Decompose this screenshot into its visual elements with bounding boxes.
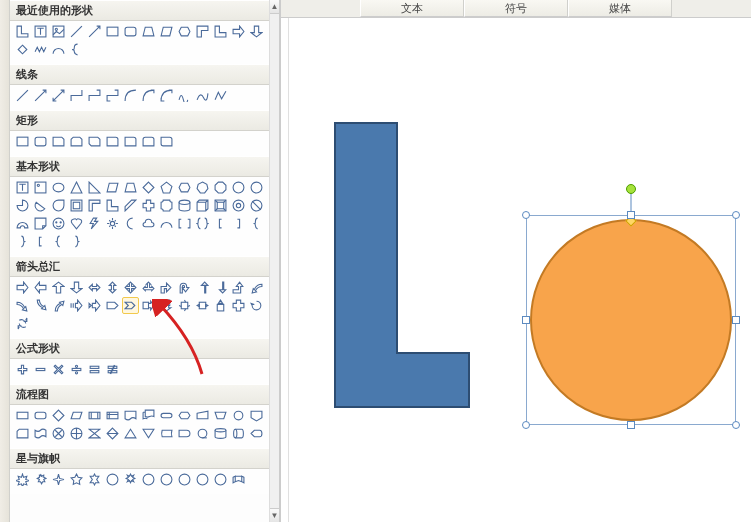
shape-trapezoid-icon[interactable]: [140, 23, 157, 40]
star10-icon[interactable]: [140, 471, 157, 488]
noentry-icon[interactable]: [248, 197, 265, 214]
fc-multidoc-icon[interactable]: [140, 407, 157, 424]
roundrect-icon[interactable]: [32, 133, 49, 150]
pie-icon[interactable]: [14, 197, 31, 214]
right-bracket-icon[interactable]: [230, 215, 247, 232]
arrow-pentagon-icon[interactable]: [104, 297, 121, 314]
left-bracket-icon[interactable]: [212, 215, 229, 232]
fc-extract-icon[interactable]: [122, 425, 139, 442]
arrow-bent-up-icon[interactable]: [230, 279, 247, 296]
rt-triangle-icon[interactable]: [86, 179, 103, 196]
sun-icon[interactable]: [104, 215, 121, 232]
line-arrow-icon[interactable]: [32, 87, 49, 104]
line-curve2-icon[interactable]: [140, 87, 157, 104]
category-header-flowchart[interactable]: 流程图: [10, 384, 269, 405]
shape-line-arrow-icon[interactable]: [86, 23, 103, 40]
fc-manualinput-icon[interactable]: [194, 407, 211, 424]
line-plain-icon[interactable]: [14, 87, 31, 104]
Lshape2-icon[interactable]: [104, 197, 121, 214]
shape-corner-icon[interactable]: [194, 23, 211, 40]
heart-icon[interactable]: [68, 215, 85, 232]
shape-L-icon[interactable]: [14, 23, 31, 40]
category-header-formula[interactable]: 公式形状: [10, 338, 269, 359]
snip2-icon[interactable]: [68, 133, 85, 150]
scroll-up-button[interactable]: ▲: [270, 0, 279, 14]
rect-icon[interactable]: [14, 133, 31, 150]
round-diag-icon[interactable]: [158, 133, 175, 150]
ellipse-icon[interactable]: [50, 179, 67, 196]
shape-roundrect-icon[interactable]: [122, 23, 139, 40]
star12-icon[interactable]: [158, 471, 175, 488]
star8-icon[interactable]: [122, 471, 139, 488]
round1-icon[interactable]: [122, 133, 139, 150]
cube-icon[interactable]: [194, 197, 211, 214]
shape-diamond-small-icon[interactable]: [14, 41, 31, 58]
arrow-updown-icon[interactable]: [104, 279, 121, 296]
line-double-arrow-icon[interactable]: [50, 87, 67, 104]
handle-ne[interactable]: [732, 211, 740, 219]
can-icon[interactable]: [176, 197, 193, 214]
arrow-chevron-icon[interactable]: [122, 297, 139, 314]
shape-arc-icon[interactable]: [50, 41, 67, 58]
pentagon-icon[interactable]: [158, 179, 175, 196]
left-bracket2-icon[interactable]: [32, 233, 49, 250]
scroll-down-button[interactable]: ▼: [270, 508, 279, 522]
formula-minus-icon[interactable]: [32, 361, 49, 378]
arrow-callout-quad-icon[interactable]: [176, 297, 193, 314]
arrow-down-icon[interactable]: [68, 279, 85, 296]
category-header-arrows[interactable]: 箭头总汇: [10, 256, 269, 277]
fc-offpage-icon[interactable]: [248, 407, 265, 424]
shape-brace-left-icon[interactable]: [68, 41, 85, 58]
line-polyline-icon[interactable]: [212, 87, 229, 104]
formula-equal-icon[interactable]: [86, 361, 103, 378]
shape-hexagon-icon[interactable]: [176, 23, 193, 40]
arrow-up-icon[interactable]: [50, 279, 67, 296]
canvas-shape-ellipse[interactable]: [529, 218, 733, 422]
tab-text[interactable]: 文本: [360, 0, 464, 17]
folded-corner-icon[interactable]: [32, 215, 49, 232]
triangle-icon[interactable]: [68, 179, 85, 196]
block-arc-icon[interactable]: [14, 215, 31, 232]
line-elbow1-icon[interactable]: [68, 87, 85, 104]
right-brace2-icon[interactable]: [68, 233, 85, 250]
fc-delay-icon[interactable]: [176, 425, 193, 442]
arrow-bent-icon[interactable]: [158, 279, 175, 296]
hexagon2-icon[interactable]: [176, 179, 193, 196]
heptagon-icon[interactable]: [194, 179, 211, 196]
donut-icon[interactable]: [230, 197, 247, 214]
star24-icon[interactable]: [194, 471, 211, 488]
line-curve1-icon[interactable]: [122, 87, 139, 104]
arrow-curve-down-icon[interactable]: [32, 297, 49, 314]
chord-icon[interactable]: [32, 197, 49, 214]
canvas[interactable]: [281, 18, 751, 522]
canvas-shape-L[interactable]: [333, 121, 473, 411]
arrow-callout-right-icon[interactable]: [140, 297, 157, 314]
arrow-callout-up-icon[interactable]: [212, 297, 229, 314]
round2-icon[interactable]: [140, 133, 157, 150]
line-scribble-icon[interactable]: [176, 87, 193, 104]
fc-predef-icon[interactable]: [86, 407, 103, 424]
fc-directaccess-icon[interactable]: [230, 425, 247, 442]
category-header-basic[interactable]: 基本形状: [10, 156, 269, 177]
category-header-stars[interactable]: 星与旗帜: [10, 448, 269, 469]
left-brace-icon[interactable]: [248, 215, 265, 232]
dodecagon-icon[interactable]: [248, 179, 265, 196]
handle-s[interactable]: [627, 421, 635, 429]
shape-block-arrow-icon[interactable]: [230, 23, 247, 40]
star-explosion2-icon[interactable]: [32, 471, 49, 488]
category-header-lines[interactable]: 线条: [10, 64, 269, 85]
arrow-curve-right-icon[interactable]: [14, 297, 31, 314]
line-freeform-icon[interactable]: [194, 87, 211, 104]
formula-multiply-icon[interactable]: [50, 361, 67, 378]
line-elbow2-icon[interactable]: [86, 87, 103, 104]
shape-line-icon[interactable]: [68, 23, 85, 40]
arrow-curve-up-icon[interactable]: [50, 297, 67, 314]
tab-media[interactable]: 媒体: [568, 0, 672, 17]
handle-sw[interactable]: [522, 421, 530, 429]
fc-or-icon[interactable]: [68, 425, 85, 442]
trapezoid2-icon[interactable]: [122, 179, 139, 196]
arrow-refresh-icon[interactable]: [14, 315, 31, 332]
arrow-corner-right-icon[interactable]: [194, 279, 211, 296]
fc-process-icon[interactable]: [14, 407, 31, 424]
arrow-right-icon[interactable]: [14, 279, 31, 296]
